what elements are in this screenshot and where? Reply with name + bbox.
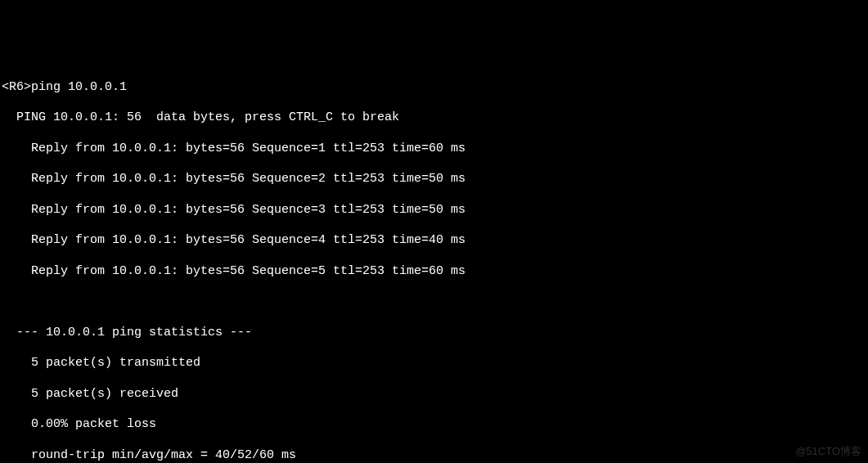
stats-line: 0.00% packet loss: [2, 417, 866, 433]
watermark-text: @51CTO博客: [795, 445, 861, 458]
device-prompt: <R6>: [2, 80, 31, 94]
terminal-output[interactable]: <R6>ping 10.0.0.1 PING 10.0.0.1: 56 data…: [2, 65, 866, 463]
blank-line: [2, 294, 866, 310]
ping-header: PING 10.0.0.1: 56 data bytes, press CTRL…: [2, 110, 866, 126]
ping-reply: Reply from 10.0.0.1: bytes=56 Sequence=4…: [2, 233, 866, 249]
ping-reply: Reply from 10.0.0.1: bytes=56 Sequence=1…: [2, 142, 866, 157]
prompt-line: <R6>ping 10.0.0.1: [2, 80, 866, 96]
stats-line: 5 packet(s) received: [2, 387, 866, 402]
stats-line: round-trip min/avg/max = 40/52/60 ms: [2, 448, 866, 463]
command-text: ping 10.0.0.1: [31, 80, 127, 94]
ping-reply: Reply from 10.0.0.1: bytes=56 Sequence=2…: [2, 172, 866, 187]
stats-header: --- 10.0.0.1 ping statistics ---: [2, 326, 866, 341]
stats-line: 5 packet(s) transmitted: [2, 356, 866, 371]
ping-reply: Reply from 10.0.0.1: bytes=56 Sequence=3…: [2, 203, 866, 218]
ping-reply: Reply from 10.0.0.1: bytes=56 Sequence=5…: [2, 264, 866, 280]
